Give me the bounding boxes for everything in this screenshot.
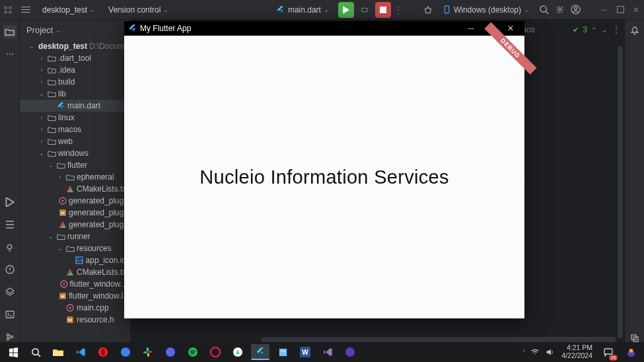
window-maximize-icon[interactable] xyxy=(615,5,626,15)
expand-toggle[interactable]: ⌄ xyxy=(29,43,34,50)
editor-scrollbar-vertical[interactable] xyxy=(618,46,623,338)
tray-sound-icon[interactable] xyxy=(544,347,555,357)
tree-node[interactable]: CMakeLists.txt xyxy=(20,266,130,278)
taskbar-opera-icon[interactable] xyxy=(94,344,112,360)
tree-node[interactable]: ›macos xyxy=(20,124,130,135)
tree-node[interactable]: ⌄runner xyxy=(20,231,130,242)
tray-clock[interactable]: 4:21 PM 4/22/2024 xyxy=(559,344,595,359)
inspector-tool-icon[interactable] xyxy=(3,285,17,299)
user-icon[interactable] xyxy=(570,5,581,15)
svg-point-40 xyxy=(101,349,105,356)
start-button[interactable] xyxy=(4,344,22,360)
taskbar-flutter-icon[interactable] xyxy=(251,344,269,360)
run-button[interactable] xyxy=(338,2,354,18)
taskbar-notepad-icon[interactable] xyxy=(273,344,292,360)
tray-wifi-icon[interactable] xyxy=(530,347,540,357)
notifications-icon[interactable] xyxy=(629,25,640,36)
expand-toggle[interactable]: › xyxy=(38,126,45,133)
gear-icon[interactable] xyxy=(554,5,565,15)
tree-node-label: ephemeral xyxy=(77,172,114,182)
project-selector[interactable]: desktop_test ⌄ xyxy=(38,4,99,16)
tree-node[interactable]: ›.dart_tool xyxy=(20,52,130,64)
project-panel-header[interactable]: Project ⌄ xyxy=(20,20,130,40)
expand-toggle[interactable]: › xyxy=(38,138,45,145)
tree-node[interactable]: CMakeLists.txt xyxy=(20,183,130,195)
taskbar-vs-icon[interactable] xyxy=(318,344,337,360)
editor-scrollbar-horizontal[interactable] xyxy=(262,337,616,342)
expand-toggle[interactable]: ⌄ xyxy=(57,245,63,252)
expand-toggle[interactable]: ⌄ xyxy=(38,150,45,157)
vcs-selector[interactable]: Version control ⌄ xyxy=(104,4,172,16)
attach-debugger-icon[interactable] xyxy=(359,5,370,15)
taskbar-discord-icon[interactable] xyxy=(161,344,180,360)
tray-assist-icon[interactable] xyxy=(622,344,640,360)
expand-toggle[interactable]: ⌄ xyxy=(38,90,45,97)
expand-toggle[interactable]: ⌄ xyxy=(48,162,54,168)
tree-node[interactable]: ›web xyxy=(20,135,130,147)
taskbar-vscode-icon[interactable] xyxy=(71,344,90,360)
tree-node[interactable]: ›linux xyxy=(20,112,130,124)
tree-node[interactable]: ⌄lib xyxy=(20,88,130,100)
window-minimize-icon[interactable]: ─ xyxy=(599,5,610,15)
tree-node[interactable]: Hgenerated_plugi… xyxy=(20,207,130,219)
device-selector[interactable]: Windows (desktop) ⌄ xyxy=(439,4,533,16)
terminal-tool-icon[interactable] xyxy=(3,308,17,321)
tree-node[interactable]: generated_plugi… xyxy=(20,219,130,231)
tree-node[interactable]: generated_plugi… xyxy=(20,195,130,207)
tree-node[interactable]: app_icon.ico xyxy=(20,254,130,266)
tree-node[interactable]: ›.idea xyxy=(20,64,130,76)
tree-node[interactable]: flutter_window.… xyxy=(20,278,130,290)
taskbar-word-icon[interactable]: W xyxy=(296,344,314,360)
window-close-icon[interactable]: ✕ xyxy=(631,5,641,15)
folder-icon xyxy=(65,244,75,253)
collapse-down-icon[interactable]: ⌄ xyxy=(602,26,607,34)
tray-date: 4/22/2024 xyxy=(561,352,592,360)
app-titlebar[interactable]: My Flutter App ─ ✕ xyxy=(124,21,524,36)
hamburger-icon[interactable] xyxy=(18,4,33,16)
run-tool-icon[interactable] xyxy=(3,196,17,209)
run-config-selector[interactable]: main.dart ⌄ xyxy=(272,4,333,16)
taskbar-search-icon[interactable] xyxy=(26,344,45,360)
collapse-up-icon[interactable]: ⌃ xyxy=(591,26,596,34)
tray-notification-icon[interactable]: 26 xyxy=(599,344,618,360)
analysis-ok-icon[interactable]: ✔ xyxy=(573,26,579,34)
app-minimize-icon[interactable]: ─ xyxy=(461,24,481,33)
structure-tool-icon[interactable] xyxy=(3,218,17,231)
svg-point-16 xyxy=(11,336,13,338)
taskbar-app-icon[interactable] xyxy=(116,344,135,360)
more-actions-icon[interactable]: ⋮ xyxy=(396,5,400,15)
tree-node[interactable]: ›build xyxy=(20,76,130,88)
expand-toggle[interactable]: › xyxy=(38,79,45,85)
expand-toggle[interactable]: › xyxy=(38,67,45,73)
taskbar-slack-icon[interactable] xyxy=(139,344,157,360)
tree-node[interactable]: Hflutter_window.l… xyxy=(20,290,130,302)
expand-toggle[interactable]: › xyxy=(38,55,45,61)
more-tools-icon[interactable]: ⋯ xyxy=(3,48,17,61)
tree-node[interactable]: ⌄resources xyxy=(20,242,130,254)
debug-icon[interactable] xyxy=(423,5,433,15)
search-icon[interactable] xyxy=(538,5,549,15)
expand-toggle[interactable]: ⌄ xyxy=(48,233,54,240)
expand-toggle[interactable]: › xyxy=(57,174,63,180)
app-close-icon[interactable]: ✕ xyxy=(501,24,520,33)
tree-node[interactable]: Hresource.h xyxy=(20,314,130,326)
tree-node[interactable]: main.dart xyxy=(20,100,130,112)
tree-node[interactable]: main.cpp xyxy=(20,302,130,314)
taskbar-spotify-icon[interactable] xyxy=(184,344,202,360)
tree-node[interactable]: ⌄windows xyxy=(20,147,130,159)
stop-button[interactable] xyxy=(375,2,391,18)
taskbar-edge-icon[interactable] xyxy=(341,344,359,360)
expand-toggle[interactable]: › xyxy=(38,114,45,121)
problems-tool-icon[interactable] xyxy=(3,263,17,276)
taskbar-explorer-icon[interactable] xyxy=(49,344,67,360)
project-tool-icon[interactable] xyxy=(3,25,17,38)
tree-node[interactable]: ⌄flutter xyxy=(20,159,130,171)
editor-tab-more-icon[interactable]: ⋮ xyxy=(612,25,620,34)
devtools-icon[interactable] xyxy=(3,240,17,254)
tree-node[interactable]: ›ephemeral xyxy=(20,171,130,183)
tray-chevron-icon[interactable]: ˄ xyxy=(522,349,526,356)
tree-root[interactable]: ⌄ desktop_test D:\Docum… xyxy=(20,40,130,52)
taskbar-opera-gx-icon[interactable] xyxy=(206,344,225,360)
vcs-tool-icon[interactable] xyxy=(3,330,17,344)
taskbar-android-studio-icon[interactable] xyxy=(229,344,247,360)
